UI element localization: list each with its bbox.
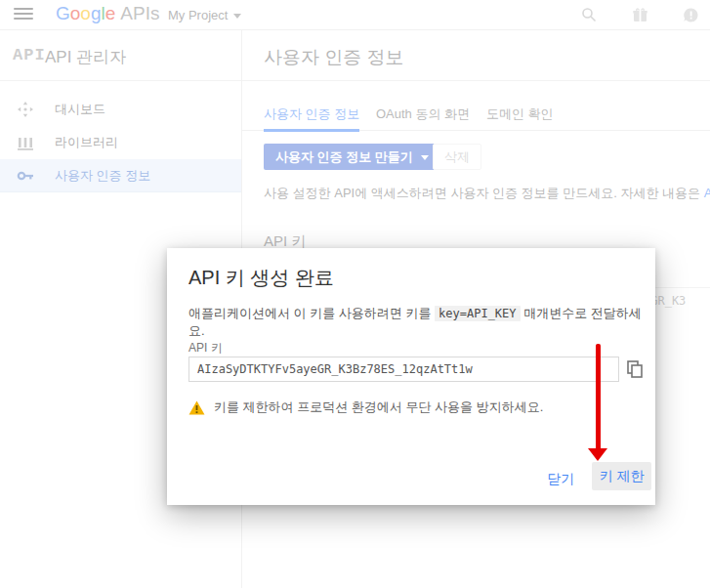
dialog-title: API 키 생성 완료 xyxy=(188,265,334,291)
api-key-label: API 키 xyxy=(188,340,223,357)
warning-icon xyxy=(188,400,205,415)
google-apis-console: GoogleAPIs My Project API API 관리자 사용자 인증… xyxy=(0,0,710,588)
key-param-code: key=API_KEY xyxy=(435,306,520,321)
restrict-key-button[interactable]: 키 제한 xyxy=(592,462,651,490)
close-button[interactable]: 닫기 xyxy=(539,467,582,492)
api-key-input[interactable] xyxy=(188,357,619,382)
dialog-body-text: 애플리케이션에서 이 키를 사용하려면 키를 key=API_KEY 매개변수로… xyxy=(188,305,655,340)
warning-text: 키를 제한하여 프로덕션 환경에서 무단 사용을 방지하세요. xyxy=(214,399,543,416)
copy-icon[interactable] xyxy=(626,360,644,378)
warning-row: 키를 제한하여 프로덕션 환경에서 무단 사용을 방지하세요. xyxy=(188,399,543,416)
api-key-created-dialog: API 키 생성 완료 애플리케이션에서 이 키를 사용하려면 키를 key=A… xyxy=(167,248,655,505)
